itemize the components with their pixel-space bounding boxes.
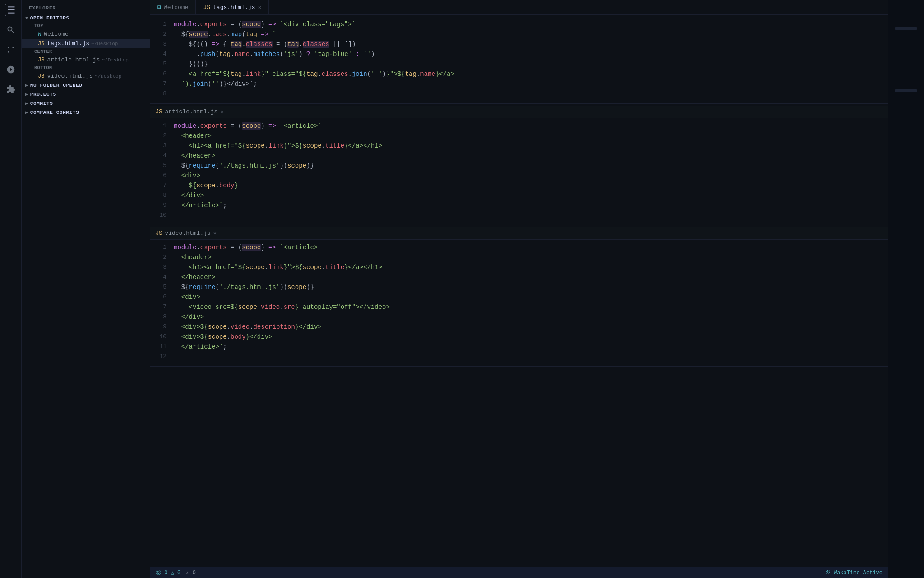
tab-tags[interactable]: JS tags.html.js ✕ bbox=[196, 0, 268, 14]
explorer-icon[interactable] bbox=[5, 4, 17, 16]
search-icon[interactable] bbox=[5, 23, 17, 36]
sidebar-title: EXPLORER bbox=[22, 0, 150, 14]
art-content-2: <header> bbox=[174, 131, 888, 141]
center-label: CENTER bbox=[22, 48, 150, 55]
projects-section[interactable]: PROJECTS bbox=[22, 90, 150, 99]
article-section-close[interactable]: ✕ bbox=[220, 108, 223, 115]
table-row: 6 <div> bbox=[150, 171, 888, 181]
status-bar-right: ⏱ WakaTime Active bbox=[825, 569, 882, 576]
table-row: 8 </div> bbox=[150, 312, 888, 322]
art-content-4: </header> bbox=[174, 151, 888, 161]
bottom-label: BOTTOM bbox=[22, 65, 150, 71]
table-row: 12 bbox=[150, 352, 888, 362]
table-row: 7 <video src=${scope.video.src} autoplay… bbox=[150, 302, 888, 312]
vid-content-1: module.exports = (scope) => `<article> bbox=[174, 242, 888, 252]
vid-content-8: </div> bbox=[174, 312, 888, 322]
sidebar-item-article[interactable]: JS article.html.js ~/Desktop bbox=[22, 55, 150, 65]
open-editors-label: OPEN EDITORS bbox=[30, 15, 69, 21]
vid-line-4: 4 bbox=[150, 272, 174, 282]
art-line-5: 5 bbox=[150, 161, 174, 171]
article-section-filename: article.html.js bbox=[165, 108, 217, 115]
table-row: 3 <h1><a href="${scope.link}">${scope.ti… bbox=[150, 262, 888, 272]
table-row: 3 <h1><a href="${scope.link}">${scope.ti… bbox=[150, 141, 888, 151]
art-content-8: </div> bbox=[174, 191, 888, 200]
compare-commits-section[interactable]: COMPARE COMMITS bbox=[22, 108, 150, 117]
tags-tab-close[interactable]: ✕ bbox=[258, 4, 261, 11]
git-status[interactable]: ⓪ 0 △ 0 bbox=[156, 569, 180, 577]
art-line-1: 1 bbox=[150, 121, 174, 131]
table-row: 7 ${scope.body} bbox=[150, 181, 888, 191]
extensions-icon[interactable] bbox=[5, 83, 17, 96]
line-content-4: .push(tag.name.matches('js') ? 'tag-blue… bbox=[174, 49, 888, 59]
tags-filepath: ~/Desktop bbox=[91, 41, 118, 47]
line-content-7: `).join('')}</div>`; bbox=[174, 79, 888, 89]
article-filename: article.html.js bbox=[47, 56, 100, 63]
article-section-icon: JS bbox=[156, 109, 162, 115]
wakatime-status: ⏱ WakaTime Active bbox=[825, 569, 882, 576]
line-content-1: module.exports = (scope) => `<div class=… bbox=[174, 19, 888, 29]
sidebar-item-tags[interactable]: JS tags.html.js ~/Desktop bbox=[22, 39, 150, 48]
vid-line-12: 12 bbox=[150, 352, 174, 362]
art-line-10: 10 bbox=[150, 210, 174, 220]
minimap-indicator-2 bbox=[895, 89, 917, 92]
svg-point-0 bbox=[8, 47, 9, 48]
table-row: 9 <div>${scope.video.description}</div> bbox=[150, 322, 888, 332]
art-line-6: 6 bbox=[150, 171, 174, 181]
art-line-2: 2 bbox=[150, 131, 174, 141]
git-icon[interactable] bbox=[5, 43, 17, 56]
art-content-3: <h1><a href="${scope.link}">${scope.titl… bbox=[174, 141, 888, 151]
tags-filename: tags.html.js bbox=[47, 40, 89, 47]
video-section-filename: video.html.js bbox=[165, 230, 210, 237]
line-content-5: })()} bbox=[174, 59, 888, 69]
sidebar-item-welcome[interactable]: W Welcome bbox=[22, 29, 150, 39]
minimap-indicator bbox=[895, 27, 917, 30]
commits-label: COMMITS bbox=[30, 101, 53, 106]
vid-line-10: 10 bbox=[150, 332, 174, 342]
table-row: 2 ${scope.tags.map(tag => ` bbox=[150, 29, 888, 39]
vid-content-6: <div> bbox=[174, 292, 888, 302]
art-content-1: module.exports = (scope) => `<article>` bbox=[174, 121, 888, 131]
vid-content-7: <video src=${scope.video.src} autoplay="… bbox=[174, 302, 888, 312]
open-editors-section[interactable]: OPEN EDITORS bbox=[22, 14, 150, 23]
video-section-header: JS video.html.js ✕ bbox=[150, 227, 888, 240]
errors-status[interactable]: ⚠ 0 bbox=[186, 569, 196, 576]
editor-content[interactable]: 1 module.exports = (scope) => `<div clas… bbox=[150, 15, 888, 567]
line-num-8: 8 bbox=[150, 89, 174, 99]
line-num-6: 6 bbox=[150, 69, 174, 79]
vid-line-11: 11 bbox=[150, 342, 174, 352]
status-bar-left: ⓪ 0 △ 0 ⚠ 0 bbox=[156, 569, 196, 577]
line-num-3: 3 bbox=[150, 39, 174, 49]
table-row: 3 ${(() => { tag.classes = (tag.classes … bbox=[150, 39, 888, 49]
debug-icon[interactable] bbox=[5, 63, 17, 76]
table-row: 4 </header> bbox=[150, 151, 888, 161]
svg-point-1 bbox=[12, 47, 14, 48]
table-row: 9 </article>`; bbox=[150, 200, 888, 210]
welcome-tab-icon: ⊞ bbox=[157, 4, 161, 11]
vid-line-2: 2 bbox=[150, 252, 174, 262]
code-section-article: JS article.html.js ✕ 1 module.exports = … bbox=[150, 104, 888, 225]
art-line-3: 3 bbox=[150, 141, 174, 151]
vid-line-7: 7 bbox=[150, 302, 174, 312]
art-content-7: ${scope.body} bbox=[174, 181, 888, 191]
status-bar: ⓪ 0 △ 0 ⚠ 0 ⏱ WakaTime Active bbox=[150, 567, 888, 578]
projects-chevron bbox=[25, 92, 28, 97]
no-folder-label: NO FOLDER OPENED bbox=[30, 83, 83, 88]
table-row: 1 module.exports = (scope) => `<article>… bbox=[150, 121, 888, 131]
table-row: 2 <header> bbox=[150, 131, 888, 141]
vid-content-9: <div>${scope.video.description}</div> bbox=[174, 322, 888, 332]
vid-line-9: 9 bbox=[150, 322, 174, 332]
welcome-tab-label: Welcome bbox=[164, 4, 189, 11]
sidebar-item-video[interactable]: JS video.html.js ~/Desktop bbox=[22, 71, 150, 81]
tab-welcome[interactable]: ⊞ Welcome bbox=[150, 0, 196, 14]
video-section-close[interactable]: ✕ bbox=[213, 230, 217, 237]
commits-section[interactable]: COMMITS bbox=[22, 99, 150, 108]
video-filepath: ~/Desktop bbox=[95, 74, 121, 79]
commits-chevron bbox=[25, 101, 28, 106]
svg-point-2 bbox=[8, 51, 9, 52]
video-filename: video.html.js bbox=[47, 73, 92, 79]
compare-commits-label: COMPARE COMMITS bbox=[30, 110, 79, 115]
video-file-icon: JS bbox=[38, 73, 44, 79]
no-folder-section[interactable]: NO FOLDER OPENED bbox=[22, 81, 150, 90]
compare-commits-chevron bbox=[25, 110, 28, 115]
table-row: 5 })()} bbox=[150, 59, 888, 69]
